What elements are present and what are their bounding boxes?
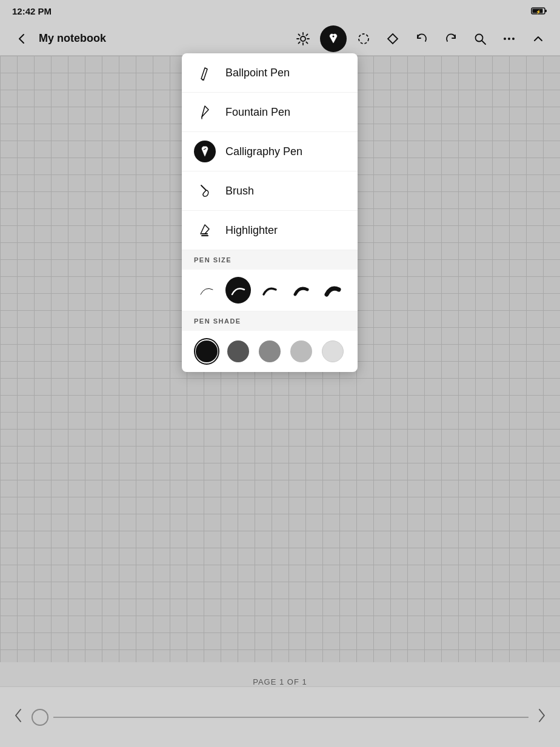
battery-icon: ⚡ — [531, 7, 548, 15]
selection-button[interactable] — [352, 27, 376, 51]
pen-shade-row — [182, 331, 358, 372]
brightness-button[interactable] — [291, 27, 315, 51]
toolbar: My notebook — [0, 22, 560, 56]
undo-icon — [415, 32, 428, 45]
more-icon — [502, 32, 516, 45]
prev-page-button[interactable] — [12, 706, 24, 728]
selection-icon — [357, 32, 370, 45]
svg-text:⚡: ⚡ — [536, 9, 541, 15]
svg-line-9 — [299, 34, 300, 35]
pen-size-md[interactable] — [257, 277, 282, 304]
status-bar: 12:42 PM ⚡ — [0, 0, 560, 22]
calligraphy-pen-icon-selected — [194, 141, 216, 162]
shade-dark-gray[interactable] — [225, 338, 251, 365]
pen-size-sm[interactable] — [225, 277, 251, 304]
shade-circle-light-gray — [290, 340, 312, 362]
shade-circle-lightest-gray — [322, 340, 344, 362]
shade-black[interactable] — [194, 338, 219, 365]
svg-line-12 — [299, 42, 300, 43]
shade-light-gray[interactable] — [288, 338, 314, 365]
bottom-bar — [0, 686, 560, 747]
menu-item-calligraphy[interactable]: Calligraphy Pen — [182, 132, 358, 171]
highlighter-icon — [194, 219, 216, 241]
svg-point-18 — [504, 38, 506, 40]
toolbar-title: My notebook — [39, 32, 286, 45]
search-button[interactable] — [468, 27, 492, 51]
shade-circle-black — [196, 340, 218, 362]
ballpoint-pen-icon — [194, 62, 216, 84]
menu-item-brush[interactable]: Brush — [182, 171, 358, 211]
pen-size-row — [182, 270, 358, 311]
collapse-icon — [532, 32, 545, 45]
status-time: 12:42 PM — [12, 6, 52, 16]
menu-item-highlighter[interactable]: Highlighter — [182, 211, 358, 250]
svg-rect-1 — [545, 10, 547, 12]
svg-line-11 — [306, 34, 307, 35]
pen-tool-button[interactable] — [320, 25, 347, 52]
menu-item-fountain[interactable]: Fountain Pen — [182, 93, 358, 132]
pen-tool-icon — [327, 32, 340, 45]
menu-item-ballpoint[interactable]: Ballpoint Pen — [182, 53, 358, 93]
back-icon — [15, 32, 28, 45]
fountain-pen-icon — [194, 101, 216, 123]
redo-button[interactable] — [439, 27, 463, 51]
undo-button[interactable] — [410, 27, 434, 51]
redo-icon — [444, 32, 458, 45]
slider-track — [53, 717, 528, 718]
shade-circle-dark-gray — [227, 340, 249, 362]
pen-shade-header: PEN SHADE — [182, 311, 358, 331]
brush-icon — [194, 180, 216, 202]
svg-point-20 — [512, 38, 515, 40]
shade-circle-medium-gray — [259, 340, 281, 362]
fountain-pen-label: Fountain Pen — [225, 106, 290, 119]
svg-marker-15 — [388, 34, 398, 44]
shade-medium-gray[interactable] — [257, 338, 282, 365]
pen-size-xs[interactable] — [194, 277, 219, 304]
more-button[interactable] — [497, 27, 521, 51]
pen-size-header: PEN SIZE — [182, 250, 358, 270]
brightness-icon — [296, 32, 310, 45]
page-slider[interactable] — [32, 709, 528, 726]
svg-point-4 — [301, 36, 305, 41]
pen-size-lg[interactable] — [288, 277, 314, 304]
ballpoint-pen-label: Ballpoint Pen — [225, 67, 290, 79]
back-button[interactable] — [10, 27, 34, 51]
svg-point-14 — [359, 34, 368, 44]
pen-size-xl[interactable] — [320, 277, 345, 304]
pen-type-dropdown: Ballpoint Pen Fountain Pen Calligraphy P… — [182, 53, 358, 372]
collapse-button[interactable] — [526, 27, 550, 51]
search-icon — [473, 32, 487, 45]
highlighter-label: Highlighter — [225, 224, 278, 237]
svg-point-19 — [508, 38, 510, 40]
status-icons: ⚡ — [531, 7, 548, 15]
slider-thumb[interactable] — [32, 709, 48, 726]
svg-point-13 — [333, 35, 335, 37]
page-indicator: PAGE 1 OF 1 — [0, 677, 560, 686]
next-page-button[interactable] — [536, 706, 548, 728]
eraser-button[interactable] — [381, 27, 405, 51]
shade-lightest-gray[interactable] — [320, 338, 345, 365]
svg-line-17 — [482, 41, 485, 44]
svg-line-10 — [306, 42, 307, 43]
calligraphy-pen-label: Calligraphy Pen — [225, 145, 302, 158]
brush-label: Brush — [225, 185, 254, 198]
eraser-icon — [386, 32, 399, 45]
